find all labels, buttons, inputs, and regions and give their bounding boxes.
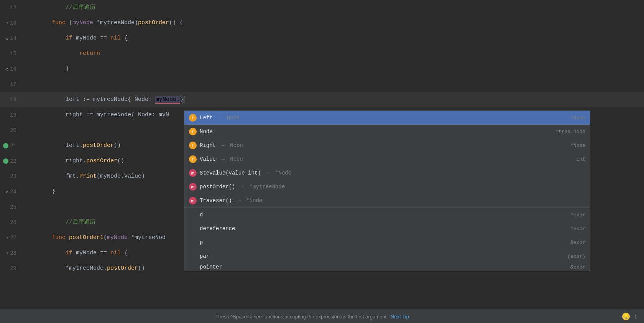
autocomplete-name-dereference: dereference — [200, 226, 570, 232]
line-number-24: ◇ 24 — [0, 189, 21, 195]
next-tip-button[interactable]: Next Tip — [391, 314, 409, 320]
autocomplete-icon-blank-deref — [189, 225, 197, 232]
autocomplete-name-pointer: pointer — [200, 264, 570, 270]
more-options-icon[interactable]: ⋮ — [633, 314, 638, 320]
tip-message: Press ^Space to see functions accepting … — [216, 314, 386, 320]
editor-area: 12 //后序遍历 ▼ 13 func (myNode *mytreeNode)… — [0, 0, 644, 323]
line-number-14: ◇ 14 — [0, 35, 21, 41]
fold-icon-27[interactable]: ▼ — [6, 236, 8, 240]
diamond-icon-16: ◇ — [6, 66, 8, 72]
autocomplete-right-value: int — [577, 157, 585, 162]
autocomplete-item-par[interactable]: par (expr) — [184, 249, 590, 263]
line-number-13: ▼ 13 — [0, 20, 21, 26]
autocomplete-item-dereference[interactable]: dereference *expr — [184, 222, 590, 236]
breakpoint-icon-22[interactable] — [3, 158, 8, 164]
line-number-22: 22 — [0, 158, 21, 164]
autocomplete-icon-f-right: f — [189, 142, 197, 149]
autocomplete-name-postorder: postOrder() → *mytreeNode — [200, 184, 585, 190]
line-number-21: 21 — [0, 143, 21, 149]
autocomplete-icon-m-postorder: m — [189, 183, 197, 191]
line-number-12: 12 — [0, 5, 21, 11]
autocomplete-name-p: p — [200, 239, 570, 246]
autocomplete-icon-m-traveser: m — [189, 197, 197, 204]
autocomplete-item-p[interactable]: p &expr — [184, 236, 590, 249]
autocomplete-right-pointer: &expr — [570, 264, 585, 270]
line-number-16: ◇ 16 — [0, 66, 21, 72]
autocomplete-dropdown[interactable]: f Left → Node *Node f Node *tree.Node f … — [184, 110, 590, 271]
line-number-15: 15 — [0, 51, 21, 57]
line-number-27: ▼ 27 — [0, 235, 21, 241]
autocomplete-name-d: d — [200, 212, 570, 218]
autocomplete-right-right: *Node — [570, 143, 585, 148]
breakpoint-icon-21[interactable] — [3, 143, 8, 148]
diamond-icon-24: ◇ — [6, 189, 8, 195]
line-number-20: 20 — [0, 127, 21, 133]
autocomplete-icon-blank-p — [189, 239, 197, 246]
autocomplete-icon-f-node: f — [189, 128, 197, 135]
line-number-26: 26 — [0, 219, 21, 226]
line-number-29: 29 — [0, 265, 21, 272]
autocomplete-icon-blank-pointer — [189, 263, 197, 271]
autocomplete-name-par: par — [200, 253, 567, 259]
autocomplete-right-par: (expr) — [567, 254, 585, 259]
autocomplete-right-dereference: *expr — [570, 226, 585, 232]
line-number-23: 23 — [0, 173, 21, 180]
status-bar: Press ^Space to see functions accepting … — [0, 310, 644, 323]
autocomplete-item-postorder[interactable]: m postOrder() → *mytreeNode — [184, 180, 590, 194]
autocomplete-item-node[interactable]: f Node *tree.Node — [184, 125, 590, 138]
line-number-28: ▼ 28 — [0, 250, 21, 256]
autocomplete-name-left: Left → Node — [200, 115, 570, 121]
line-number-17: 17 — [0, 81, 21, 87]
autocomplete-icon-blank-d — [189, 211, 197, 219]
autocomplete-right-left: *Node — [570, 115, 585, 121]
code-line-16: ◇ 16 } — [0, 61, 644, 77]
line-number-25: 25 — [0, 204, 21, 210]
diamond-icon-14: ◇ — [6, 36, 8, 41]
autocomplete-name-stevalue: Stevalue(value int) → *Node — [200, 170, 585, 176]
autocomplete-right-p: &expr — [570, 240, 585, 246]
autocomplete-icon-blank-par — [189, 252, 197, 260]
status-tip-text: Press ^Space to see functions accepting … — [6, 314, 619, 320]
autocomplete-item-value[interactable]: f Value → Node int — [184, 152, 590, 166]
autocomplete-icon-m-stevalue: m — [189, 169, 197, 177]
autocomplete-item-stevalue[interactable]: m Stevalue(value int) → *Node — [184, 166, 590, 180]
fold-icon-13[interactable]: ▼ — [6, 21, 8, 25]
autocomplete-item-d[interactable]: d *expr — [184, 208, 590, 222]
autocomplete-name-traveser: Traveser() → *Node — [200, 198, 585, 204]
line-number-19: 19 — [0, 112, 21, 118]
autocomplete-item-left[interactable]: f Left → Node *Node — [184, 111, 590, 125]
autocomplete-icon-f-value: f — [189, 155, 197, 163]
autocomplete-icon-f-left: f — [189, 114, 197, 122]
autocomplete-item-traveser[interactable]: m Traveser() → *Node — [184, 194, 590, 208]
autocomplete-item-right[interactable]: f Right → Node *Node — [184, 138, 590, 152]
autocomplete-name-right: Right → Node — [200, 142, 570, 148]
autocomplete-item-pointer[interactable]: pointer &expr — [184, 263, 590, 271]
line-number-18: 18 — [0, 97, 21, 103]
autocomplete-right-node: *tree.Node — [555, 129, 585, 135]
autocomplete-name-node: Node — [200, 129, 555, 135]
autocomplete-name-value: Value → Node — [200, 156, 577, 162]
bulb-icon[interactable]: 💡 — [622, 313, 630, 320]
autocomplete-right-d: *expr — [570, 212, 585, 218]
fold-icon-28[interactable]: ▼ — [6, 251, 8, 255]
